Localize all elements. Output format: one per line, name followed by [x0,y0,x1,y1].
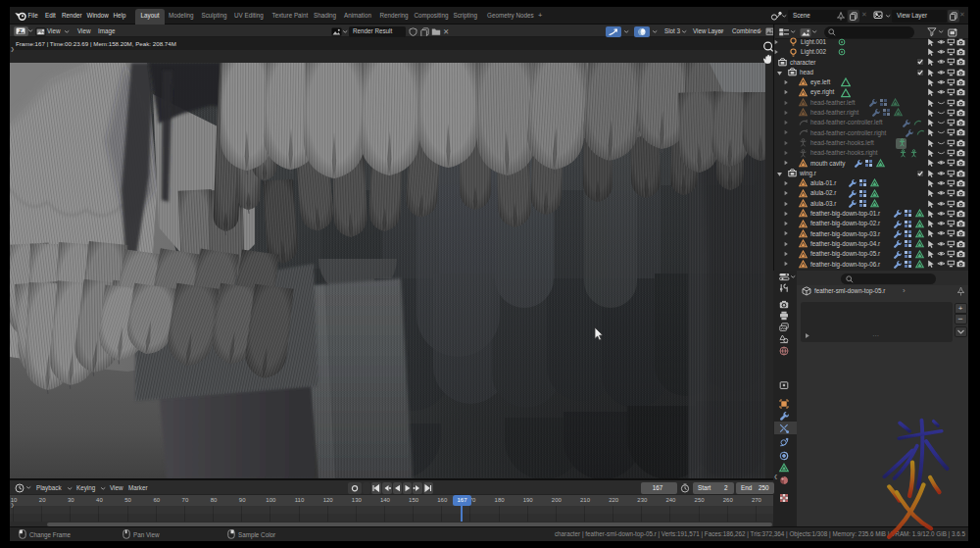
svg-text:T: T [19,28,23,34]
